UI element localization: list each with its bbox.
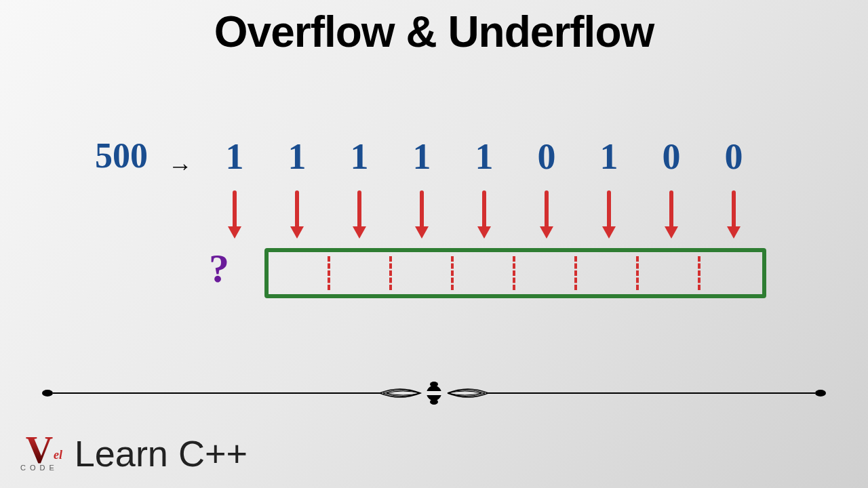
byte-cell	[392, 252, 454, 294]
svg-marker-13	[602, 226, 616, 239]
byte-cell	[577, 252, 639, 294]
slide-title: Overflow & Underflow	[0, 7, 868, 57]
svg-marker-17	[727, 226, 741, 239]
byte-cell	[639, 252, 701, 294]
course-title: Learn C++	[75, 432, 248, 474]
byte-cell	[515, 252, 577, 294]
bit-5: 0	[515, 136, 578, 178]
down-arrow-icon	[703, 190, 765, 240]
bit-6: 1	[578, 136, 640, 178]
brand-logo: V el CODE	[20, 435, 58, 472]
byte-cell	[330, 252, 392, 294]
binary-bits-row: 111110100	[203, 136, 765, 178]
down-arrow-icon	[453, 190, 515, 240]
logo-letter: V el	[26, 435, 53, 466]
down-arrow-icon	[578, 190, 640, 240]
svg-point-22	[430, 399, 438, 405]
svg-marker-11	[540, 226, 553, 239]
svg-point-25	[815, 390, 826, 396]
bit-4: 1	[453, 136, 515, 178]
down-arrow-icon	[203, 190, 266, 240]
svg-marker-5	[353, 226, 366, 239]
svg-marker-7	[415, 226, 429, 239]
svg-point-18	[42, 390, 53, 396]
byte-box	[264, 248, 766, 298]
svg-marker-3	[290, 226, 304, 239]
down-arrows-row	[203, 190, 765, 240]
byte-cell	[269, 252, 330, 294]
byte-cell	[454, 252, 515, 294]
svg-marker-1	[228, 226, 241, 239]
decorative-divider	[41, 380, 827, 407]
bit-7: 0	[640, 136, 703, 178]
bit-3: 1	[391, 136, 453, 178]
overflow-question-mark: ?	[209, 245, 229, 292]
overflow-diagram: 500 → 111110100 ?	[95, 136, 800, 339]
decimal-value: 500	[95, 136, 148, 176]
byte-cell	[701, 252, 762, 294]
bit-2: 1	[328, 136, 391, 178]
arrow-right-icon: →	[168, 152, 193, 180]
down-arrow-icon	[515, 190, 578, 240]
svg-marker-15	[665, 226, 678, 239]
svg-point-21	[430, 382, 438, 387]
down-arrow-icon	[266, 190, 328, 240]
svg-rect-23	[427, 391, 441, 395]
down-arrow-icon	[640, 190, 703, 240]
down-arrow-icon	[328, 190, 391, 240]
bit-0: 1	[203, 136, 266, 178]
bit-1: 1	[266, 136, 328, 178]
svg-marker-9	[477, 226, 491, 239]
bit-8: 0	[703, 136, 765, 178]
logo-suffix: el	[54, 450, 62, 460]
down-arrow-icon	[391, 190, 453, 240]
footer-row: V el CODE Learn C++	[20, 432, 248, 474]
